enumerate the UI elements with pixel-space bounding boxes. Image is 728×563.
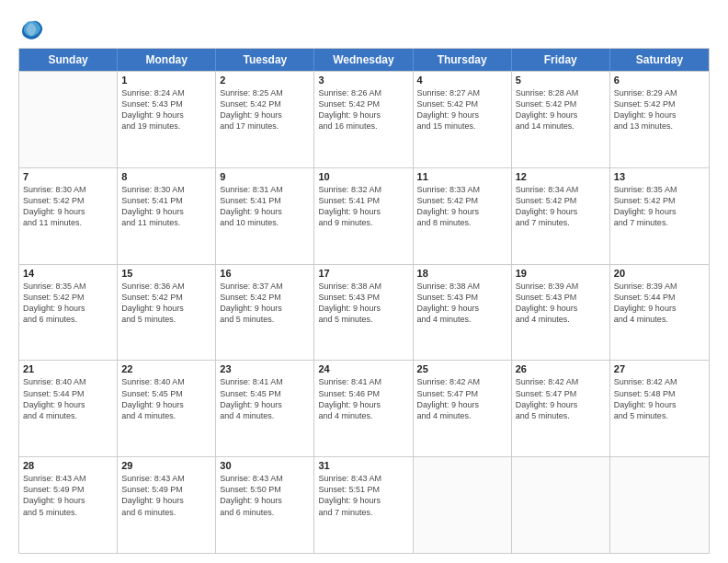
calendar-cell: 7Sunrise: 8:30 AM Sunset: 5:42 PM Daylig… bbox=[19, 168, 118, 264]
cell-content: Sunrise: 8:32 AM Sunset: 5:41 PM Dayligh… bbox=[318, 184, 408, 229]
header-cell-wednesday: Wednesday bbox=[314, 49, 413, 71]
calendar-cell: 30Sunrise: 8:43 AM Sunset: 5:50 PM Dayli… bbox=[216, 457, 314, 553]
calendar-cell: 11Sunrise: 8:33 AM Sunset: 5:42 PM Dayli… bbox=[414, 168, 512, 264]
day-number: 18 bbox=[417, 268, 507, 279]
calendar-cell: 9Sunrise: 8:31 AM Sunset: 5:41 PM Daylig… bbox=[216, 168, 314, 264]
cell-content: Sunrise: 8:30 AM Sunset: 5:41 PM Dayligh… bbox=[121, 184, 211, 229]
calendar-cell: 24Sunrise: 8:41 AM Sunset: 5:46 PM Dayli… bbox=[314, 361, 413, 456]
header-cell-thursday: Thursday bbox=[414, 49, 512, 71]
calendar-cell: 29Sunrise: 8:43 AM Sunset: 5:49 PM Dayli… bbox=[118, 457, 216, 553]
day-number: 20 bbox=[614, 268, 705, 279]
cell-content: Sunrise: 8:40 AM Sunset: 5:45 PM Dayligh… bbox=[121, 376, 211, 421]
cell-content: Sunrise: 8:28 AM Sunset: 5:42 PM Dayligh… bbox=[516, 87, 606, 132]
calendar-cell bbox=[19, 72, 118, 167]
cell-content: Sunrise: 8:27 AM Sunset: 5:42 PM Dayligh… bbox=[417, 87, 507, 132]
calendar-cell: 3Sunrise: 8:26 AM Sunset: 5:42 PM Daylig… bbox=[314, 72, 413, 167]
cell-content: Sunrise: 8:24 AM Sunset: 5:43 PM Dayligh… bbox=[121, 87, 211, 132]
header-cell-monday: Monday bbox=[118, 49, 216, 71]
calendar-cell: 19Sunrise: 8:39 AM Sunset: 5:43 PM Dayli… bbox=[512, 265, 610, 361]
day-number: 2 bbox=[220, 75, 310, 86]
day-number: 19 bbox=[516, 268, 606, 279]
day-number: 31 bbox=[318, 460, 408, 471]
cell-content: Sunrise: 8:35 AM Sunset: 5:42 PM Dayligh… bbox=[23, 281, 113, 326]
cell-content: Sunrise: 8:25 AM Sunset: 5:42 PM Dayligh… bbox=[220, 87, 310, 132]
header-cell-friday: Friday bbox=[512, 49, 610, 71]
calendar-row: 14Sunrise: 8:35 AM Sunset: 5:42 PM Dayli… bbox=[19, 264, 709, 361]
cell-content: Sunrise: 8:43 AM Sunset: 5:49 PM Dayligh… bbox=[23, 473, 113, 518]
calendar-cell: 21Sunrise: 8:40 AM Sunset: 5:44 PM Dayli… bbox=[19, 361, 118, 456]
calendar-cell: 4Sunrise: 8:27 AM Sunset: 5:42 PM Daylig… bbox=[414, 72, 512, 167]
calendar-row: 21Sunrise: 8:40 AM Sunset: 5:44 PM Dayli… bbox=[19, 360, 709, 456]
day-number: 30 bbox=[220, 460, 310, 471]
logo bbox=[18, 17, 48, 42]
logo-icon bbox=[18, 17, 44, 42]
day-number: 5 bbox=[516, 75, 606, 86]
calendar-cell: 5Sunrise: 8:28 AM Sunset: 5:42 PM Daylig… bbox=[512, 72, 610, 167]
cell-content: Sunrise: 8:42 AM Sunset: 5:47 PM Dayligh… bbox=[516, 376, 606, 421]
calendar-header: SundayMondayTuesdayWednesdayThursdayFrid… bbox=[19, 49, 709, 71]
calendar-cell: 6Sunrise: 8:29 AM Sunset: 5:42 PM Daylig… bbox=[610, 72, 709, 167]
cell-content: Sunrise: 8:43 AM Sunset: 5:51 PM Dayligh… bbox=[318, 473, 408, 518]
cell-content: Sunrise: 8:43 AM Sunset: 5:49 PM Dayligh… bbox=[121, 473, 211, 518]
day-number: 6 bbox=[614, 75, 705, 86]
day-number: 26 bbox=[516, 363, 606, 374]
calendar-cell: 8Sunrise: 8:30 AM Sunset: 5:41 PM Daylig… bbox=[118, 168, 216, 264]
calendar-cell: 18Sunrise: 8:38 AM Sunset: 5:43 PM Dayli… bbox=[414, 265, 512, 361]
calendar-cell: 28Sunrise: 8:43 AM Sunset: 5:49 PM Dayli… bbox=[19, 457, 118, 553]
day-number: 12 bbox=[516, 171, 606, 182]
cell-content: Sunrise: 8:42 AM Sunset: 5:47 PM Dayligh… bbox=[417, 376, 507, 421]
cell-content: Sunrise: 8:35 AM Sunset: 5:42 PM Dayligh… bbox=[614, 184, 705, 229]
day-number: 21 bbox=[23, 363, 113, 374]
cell-content: Sunrise: 8:39 AM Sunset: 5:44 PM Dayligh… bbox=[614, 281, 705, 326]
day-number: 4 bbox=[417, 75, 507, 86]
cell-content: Sunrise: 8:38 AM Sunset: 5:43 PM Dayligh… bbox=[318, 281, 408, 326]
cell-content: Sunrise: 8:26 AM Sunset: 5:42 PM Dayligh… bbox=[318, 87, 408, 132]
day-number: 28 bbox=[23, 460, 113, 471]
calendar-cell: 15Sunrise: 8:36 AM Sunset: 5:42 PM Dayli… bbox=[118, 265, 216, 361]
calendar-row: 28Sunrise: 8:43 AM Sunset: 5:49 PM Dayli… bbox=[19, 456, 709, 553]
page: SundayMondayTuesdayWednesdayThursdayFrid… bbox=[0, 0, 728, 563]
header bbox=[18, 17, 710, 42]
day-number: 15 bbox=[121, 268, 211, 279]
calendar-cell: 31Sunrise: 8:43 AM Sunset: 5:51 PM Dayli… bbox=[314, 457, 413, 553]
calendar-row: 1Sunrise: 8:24 AM Sunset: 5:43 PM Daylig… bbox=[19, 71, 709, 167]
calendar-cell bbox=[512, 457, 610, 553]
cell-content: Sunrise: 8:41 AM Sunset: 5:46 PM Dayligh… bbox=[318, 376, 408, 421]
header-cell-tuesday: Tuesday bbox=[216, 49, 314, 71]
cell-content: Sunrise: 8:40 AM Sunset: 5:44 PM Dayligh… bbox=[23, 376, 113, 421]
calendar-cell: 2Sunrise: 8:25 AM Sunset: 5:42 PM Daylig… bbox=[216, 72, 314, 167]
day-number: 17 bbox=[318, 268, 408, 279]
cell-content: Sunrise: 8:30 AM Sunset: 5:42 PM Dayligh… bbox=[23, 184, 113, 229]
cell-content: Sunrise: 8:29 AM Sunset: 5:42 PM Dayligh… bbox=[614, 87, 705, 132]
day-number: 13 bbox=[614, 171, 705, 182]
day-number: 3 bbox=[318, 75, 408, 86]
calendar-cell: 26Sunrise: 8:42 AM Sunset: 5:47 PM Dayli… bbox=[512, 361, 610, 456]
day-number: 29 bbox=[121, 460, 211, 471]
header-cell-saturday: Saturday bbox=[610, 49, 709, 71]
cell-content: Sunrise: 8:31 AM Sunset: 5:41 PM Dayligh… bbox=[220, 184, 310, 229]
calendar-cell: 14Sunrise: 8:35 AM Sunset: 5:42 PM Dayli… bbox=[19, 265, 118, 361]
cell-content: Sunrise: 8:33 AM Sunset: 5:42 PM Dayligh… bbox=[417, 184, 507, 229]
calendar-cell: 13Sunrise: 8:35 AM Sunset: 5:42 PM Dayli… bbox=[610, 168, 709, 264]
day-number: 25 bbox=[417, 363, 507, 374]
cell-content: Sunrise: 8:34 AM Sunset: 5:42 PM Dayligh… bbox=[516, 184, 606, 229]
calendar-cell bbox=[414, 457, 512, 553]
calendar-cell bbox=[610, 457, 709, 553]
calendar-cell: 10Sunrise: 8:32 AM Sunset: 5:41 PM Dayli… bbox=[314, 168, 413, 264]
cell-content: Sunrise: 8:38 AM Sunset: 5:43 PM Dayligh… bbox=[417, 281, 507, 326]
calendar: SundayMondayTuesdayWednesdayThursdayFrid… bbox=[18, 48, 710, 554]
day-number: 14 bbox=[23, 268, 113, 279]
day-number: 1 bbox=[121, 75, 211, 86]
day-number: 8 bbox=[121, 171, 211, 182]
cell-content: Sunrise: 8:36 AM Sunset: 5:42 PM Dayligh… bbox=[121, 281, 211, 326]
day-number: 7 bbox=[23, 171, 113, 182]
calendar-cell: 25Sunrise: 8:42 AM Sunset: 5:47 PM Dayli… bbox=[414, 361, 512, 456]
day-number: 27 bbox=[614, 363, 705, 374]
calendar-cell: 1Sunrise: 8:24 AM Sunset: 5:43 PM Daylig… bbox=[118, 72, 216, 167]
calendar-cell: 20Sunrise: 8:39 AM Sunset: 5:44 PM Dayli… bbox=[610, 265, 709, 361]
day-number: 16 bbox=[220, 268, 310, 279]
cell-content: Sunrise: 8:39 AM Sunset: 5:43 PM Dayligh… bbox=[516, 281, 606, 326]
day-number: 10 bbox=[318, 171, 408, 182]
calendar-cell: 27Sunrise: 8:42 AM Sunset: 5:48 PM Dayli… bbox=[610, 361, 709, 456]
calendar-cell: 12Sunrise: 8:34 AM Sunset: 5:42 PM Dayli… bbox=[512, 168, 610, 264]
